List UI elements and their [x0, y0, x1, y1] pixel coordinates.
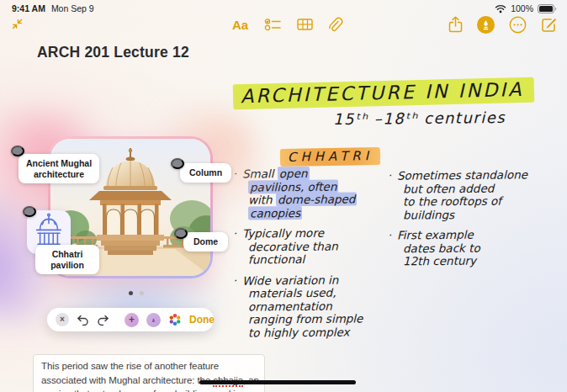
text-format-button[interactable]: Aa	[232, 18, 248, 32]
share-icon[interactable]	[448, 16, 463, 33]
page-dots[interactable]	[129, 291, 144, 295]
tag-chhatri-pavilion[interactable]: Chhatri pavilion	[35, 245, 99, 274]
body-text-line: awning that extends away from buildings …	[41, 387, 257, 392]
tag-ancient-mughal-architecture[interactable]: Ancient Mughal architecture	[19, 154, 99, 183]
done-button[interactable]: Done	[189, 314, 215, 326]
battery-icon	[538, 4, 557, 13]
handwritten-bullet: ·First exampledates back to12th century	[388, 229, 563, 268]
handwritten-text: buildings	[403, 208, 454, 222]
handwritten-text: decorative than	[248, 239, 338, 253]
bullet-marker: ·	[388, 169, 392, 221]
close-icon[interactable]: ×	[56, 313, 69, 326]
handwritten-heading: ARCHITECTURE IN INDIA	[233, 77, 534, 110]
blue-highlight: pavilions, often	[248, 179, 339, 193]
remove-tag-column-button[interactable]	[171, 158, 184, 169]
remove-tag-dome-button[interactable]	[174, 228, 188, 239]
handwritten-text: materials used,	[248, 286, 336, 300]
battery-percent: 100%	[511, 3, 533, 13]
blue-highlight: open	[278, 167, 310, 180]
status-time: 9:41 AM	[12, 3, 45, 13]
attachment-icon[interactable]	[329, 17, 343, 32]
handwritten-text: to highly complex	[248, 325, 350, 339]
body-text: awning that extends away from buildings …	[41, 389, 240, 392]
compose-icon[interactable]	[541, 17, 557, 33]
handwritten-line: 12th century	[397, 255, 480, 268]
wifi-icon	[495, 4, 506, 13]
bullet-lines: Wide variation inmaterials used,ornament…	[242, 274, 363, 340]
status-date: Mon Sep 9	[51, 3, 94, 13]
page-title: ARCH 201 Lecture 12	[37, 44, 189, 61]
handwritten-text: First example	[397, 228, 474, 242]
handwritten-bullet: ·Sometimes standalonebut often addedto t…	[388, 169, 563, 221]
handwritten-line: with dome-shaped	[242, 193, 358, 207]
handwritten-line: First example	[397, 229, 480, 242]
bullet-lines: First exampledates back to12th century	[397, 229, 480, 268]
yellow-highlight: ARCHITECTURE IN INDIA	[233, 77, 534, 110]
bullet-marker: ·	[388, 229, 392, 268]
handwritten-text: ranging from simple	[248, 311, 363, 326]
person-button[interactable]	[146, 313, 161, 327]
handwritten-subheading: 15ᵗʰ –18ᵗʰ centuries	[333, 109, 506, 128]
remove-tag-mughal-button[interactable]	[11, 146, 24, 156]
handwritten-line: canopies	[242, 206, 358, 220]
handwritten-line: to highly complex	[242, 326, 363, 340]
handwritten-line: materials used,	[242, 286, 363, 300]
handwritten-line: Sometimes standalone	[397, 168, 527, 183]
image-edit-toolbar: × + Done	[47, 308, 214, 331]
handwritten-text: Sometimes standalone	[397, 167, 527, 182]
body-text: This period saw the rise of another feat…	[41, 361, 219, 371]
tag-column[interactable]: Column	[180, 163, 231, 183]
handwritten-text: 12th century	[403, 254, 476, 268]
blue-highlight: dome-shaped	[276, 192, 358, 206]
collapse-arrows-icon[interactable]	[11, 18, 24, 30]
handwritten-text: but often added	[403, 181, 494, 195]
home-indicator[interactable]	[199, 380, 356, 384]
handwritten-text: dates back to	[403, 241, 480, 255]
status-bar: 9:41 AM Mon Sep 9 100%	[12, 3, 557, 14]
note-body-textbox[interactable]: This period saw the rise of another feat…	[33, 354, 265, 392]
notes-app-window: 9:41 AM Mon Sep 9 100% Aa	[0, 0, 567, 392]
add-button[interactable]: +	[125, 313, 139, 327]
handwritten-text: ornamentation	[248, 299, 332, 313]
page-dot-inactive[interactable]	[140, 291, 144, 295]
text-format-label: Aa	[232, 18, 248, 32]
image-playground-flower-icon[interactable]	[168, 313, 182, 326]
action-toolbar	[448, 14, 557, 34]
handwritten-line: buildings	[397, 208, 527, 222]
bullet-lines: Small openpavilions, oftenwith dome-shap…	[242, 167, 357, 220]
markup-pen-icon[interactable]	[477, 16, 495, 34]
handwritten-line: Small open	[242, 167, 358, 181]
handwritten-section-title: CHHATRI	[280, 147, 380, 167]
redo-icon[interactable]	[97, 315, 109, 326]
handwritten-line: to the rooftops of	[397, 194, 527, 209]
body-text: associated with Mughal architecture: the	[41, 375, 213, 385]
more-ellipsis-icon[interactable]	[509, 16, 527, 34]
checklist-button[interactable]	[264, 18, 281, 31]
handwritten-text: to the rooftops of	[403, 194, 501, 209]
body-text-line: This period saw the rise of another feat…	[41, 359, 257, 373]
bullet-list-right: ·Sometimes standalonebut often addedto t…	[388, 169, 563, 276]
bullet-lines: Sometimes standalonebut often addedto th…	[397, 169, 527, 221]
page-dot-active[interactable]	[129, 291, 133, 295]
remove-sketch-button[interactable]	[23, 206, 36, 217]
tag-dome[interactable]: Dome	[183, 232, 228, 252]
undo-icon[interactable]	[77, 315, 89, 326]
format-toolbar: Aa	[232, 14, 343, 34]
table-button[interactable]	[297, 18, 313, 31]
orange-highlight: CHHATRI	[280, 147, 380, 167]
